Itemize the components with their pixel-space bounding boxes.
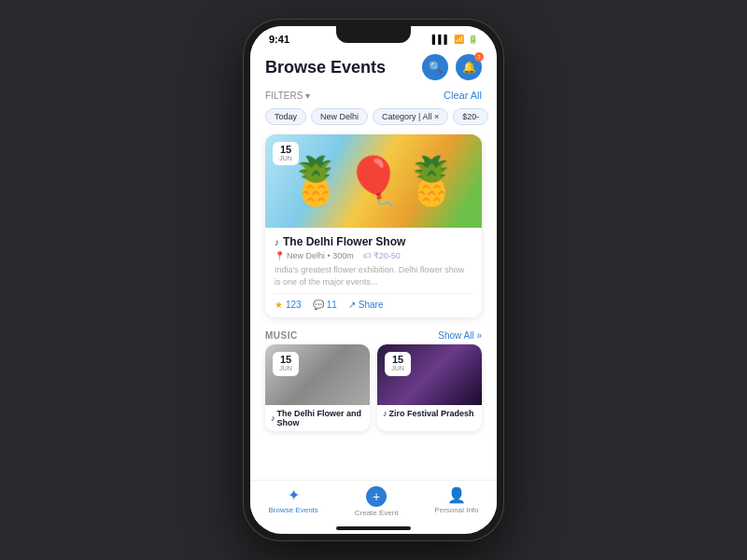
filter-chevron-icon: ▾ [305, 91, 310, 101]
music-section-title: MUSIC [265, 330, 298, 341]
browse-events-icon: ✦ [288, 486, 300, 504]
music-note-icon-1: ♪ [271, 413, 275, 423]
music-card-2-image: 15 JUN [377, 344, 482, 405]
location-icon: 📍 [275, 251, 285, 260]
status-icons: ▌▌▌ 📶 🔋 [432, 35, 478, 44]
search-icon: 🔍 [429, 61, 443, 74]
phone-frame: 9:41 ▌▌▌ 📶 🔋 Browse Events 🔍 🔔 3 [243, 19, 504, 541]
personal-info-icon: 👤 [447, 486, 466, 504]
nav-personal-info[interactable]: 👤 Personal Info [434, 486, 478, 517]
filter-chip-location[interactable]: New Delhi [311, 108, 368, 125]
event-date-mon: JUN [278, 155, 293, 162]
notch [336, 26, 411, 43]
music-card-1-name: ♪ The Delhi Flower and Show [271, 409, 364, 427]
share-button[interactable]: ↗ Share [348, 300, 384, 310]
music-section-header: MUSIC Show All » [250, 323, 497, 344]
share-icon: ↗ [348, 300, 356, 310]
music-card-2-date-num: 15 [390, 355, 405, 365]
comment-button[interactable]: 💬 11 [313, 300, 337, 310]
music-card-2[interactable]: 15 JUN ♪ Ziro Festival Pradesh [377, 344, 482, 431]
create-event-label: Create Event [355, 509, 399, 517]
battery-icon: 🔋 [468, 35, 478, 44]
filter-chips: Today New Delhi Category | All × $20- [250, 105, 497, 129]
signal-icon: ▌▌▌ [432, 35, 450, 44]
music-card-1-date-num: 15 [278, 355, 293, 365]
event-info: ♪ The Delhi Flower Show 📍 New Delhi • 30… [265, 228, 482, 317]
event-image: 🍍🎈🍍 15 JUN [265, 134, 482, 228]
star-icon: ★ [275, 300, 283, 310]
comment-icon: 💬 [313, 300, 324, 310]
music-card-1-image: 15 JUN [265, 344, 370, 405]
event-actions: ★ 123 💬 11 ↗ Share [275, 293, 472, 310]
event-date-badge: 15 JUN [273, 142, 299, 165]
status-time: 9:41 [269, 34, 289, 45]
filter-chip-price[interactable]: $20- [453, 108, 488, 125]
event-name: ♪ The Delhi Flower Show [275, 235, 472, 248]
nav-create-event[interactable]: + Create Event [355, 486, 399, 517]
music-card-2-date-mon: JUN [390, 365, 405, 372]
filter-chip-category[interactable]: Category | All × [373, 108, 448, 125]
wifi-icon: 📶 [454, 35, 464, 44]
clear-all-button[interactable]: Clear All [444, 90, 482, 101]
like-button[interactable]: ★ 123 [275, 300, 302, 310]
nav-browse-events[interactable]: ✦ Browse Events [268, 486, 317, 517]
page-title: Browse Events [265, 58, 386, 77]
music-note-icon-2: ♪ [383, 409, 388, 418]
home-indicator [336, 526, 411, 530]
filters-row: FILTERS ▾ Clear All [250, 86, 497, 105]
music-card-1-info: ♪ The Delhi Flower and Show [265, 405, 370, 431]
music-card-2-date: 15 JUN [385, 352, 411, 375]
music-card-2-info: ♪ Ziro Festival Pradesh [377, 405, 482, 422]
show-all-button[interactable]: Show All » [438, 330, 482, 341]
main-event-card[interactable]: 🍍🎈🍍 15 JUN ♪ The Delhi Flower Show 📍 [265, 134, 482, 317]
browse-events-label: Browse Events [268, 506, 317, 514]
music-cards: 15 JUN ♪ The Delhi Flower and Show [250, 344, 497, 439]
event-location: 📍 New Delhi • 300m [275, 251, 354, 260]
event-price: 🏷 ₹20-50 [363, 251, 401, 260]
event-meta: 📍 New Delhi • 300m 🏷 ₹20-50 [275, 251, 472, 260]
price-icon: 🏷 [363, 251, 372, 260]
music-note-icon: ♪ [275, 237, 279, 247]
notifications-button[interactable]: 🔔 3 [456, 54, 482, 80]
music-card-1-date-mon: JUN [278, 365, 293, 372]
personal-info-label: Personal Info [434, 506, 478, 514]
bell-icon: 🔔 [462, 61, 476, 74]
app-header: Browse Events 🔍 🔔 3 [250, 49, 497, 86]
event-description: India's greatest flower exhibition. Delh… [275, 264, 472, 287]
filter-chip-today[interactable]: Today [265, 108, 306, 125]
scroll-content[interactable]: 🍍🎈🍍 15 JUN ♪ The Delhi Flower Show 📍 [250, 129, 497, 480]
music-card-2-name: ♪ Ziro Festival Pradesh [383, 409, 476, 418]
filters-text: FILTERS [265, 91, 303, 101]
music-card-1-date: 15 JUN [273, 352, 299, 375]
event-date-num: 15 [278, 145, 293, 155]
create-event-icon: + [366, 486, 387, 507]
header-icons: 🔍 🔔 3 [422, 54, 482, 80]
filters-label: FILTERS ▾ [265, 91, 310, 101]
phone-screen: 9:41 ▌▌▌ 📶 🔋 Browse Events 🔍 🔔 3 [250, 26, 497, 534]
notification-badge: 3 [474, 52, 484, 62]
music-card-1[interactable]: 15 JUN ♪ The Delhi Flower and Show [265, 344, 370, 431]
search-button[interactable]: 🔍 [422, 54, 448, 80]
bottom-nav: ✦ Browse Events + Create Event 👤 Persona… [250, 480, 497, 525]
